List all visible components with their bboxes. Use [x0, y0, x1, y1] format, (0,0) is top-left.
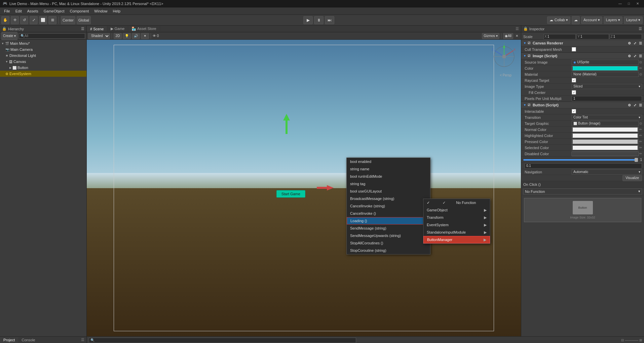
fade-duration-field[interactable]: 0.1: [525, 163, 642, 169]
disabled-color-swatch[interactable]: [572, 151, 639, 156]
step-btn[interactable]: ⏭: [325, 16, 334, 24]
pressed-color-swatch[interactable]: [572, 139, 639, 144]
color-swatch-field[interactable]: [572, 66, 639, 71]
comp-check[interactable]: ☑: [528, 41, 530, 45]
play-btn[interactable]: ▶: [303, 16, 313, 24]
comp-max-icon[interactable]: ⤢: [634, 103, 636, 107]
comp-menu-icon[interactable]: ☰: [639, 41, 642, 45]
menu-cancelinvoke[interactable]: CancelInvoke (): [347, 210, 430, 217]
panel-menu-icon[interactable]: ☰: [79, 338, 86, 342]
menu-bool-gui[interactable]: bool useGUILayout: [347, 187, 430, 195]
game-start-button[interactable]: Start Game: [276, 190, 305, 198]
assets-search-input[interactable]: [89, 338, 356, 343]
menu-string-tag[interactable]: string tag: [347, 180, 430, 187]
scale-z-field[interactable]: Z 1: [610, 34, 642, 39]
hierarchy-item-maincamera[interactable]: 📷 Main Camera: [0, 46, 86, 53]
layout-dropdown[interactable]: Layout ▾: [624, 16, 643, 24]
nav-dropdown[interactable]: Automatic ▾: [572, 169, 642, 175]
hierarchy-create-btn[interactable]: Create ▾: [1, 32, 17, 40]
tab-console[interactable]: Console: [18, 337, 38, 343]
slider-track[interactable]: [523, 159, 638, 161]
menu-stopall[interactable]: StopAllCoroutines (): [347, 239, 430, 247]
menu-sendmessage[interactable]: SendMessage (string): [347, 225, 430, 232]
color-edit-icon[interactable]: ✏: [639, 66, 642, 70]
target-graphic-field[interactable]: ⬜ Button (Image): [572, 121, 639, 126]
menu-bool-run[interactable]: bool runInEditMode: [347, 173, 430, 180]
disabled-color-edit-icon[interactable]: ✏: [639, 152, 642, 156]
menu-loading[interactable]: Loading (): [347, 217, 430, 225]
toolbar-hand-btn[interactable]: ✋: [1, 16, 9, 24]
menu-stopcoroutine[interactable]: StopCoroutine (string): [347, 247, 430, 254]
comp-settings-icon[interactable]: ⚙: [628, 103, 631, 107]
button-script-header[interactable]: ▼ ☑ Button (Script) ⚙ ⤢ ☰: [521, 102, 644, 108]
comp-settings-icon[interactable]: ⚙: [628, 41, 631, 45]
interactable-checkbox[interactable]: ✓: [572, 109, 576, 113]
toolbar-rect-btn[interactable]: ⬜: [39, 16, 47, 24]
scene-viewport[interactable]: Start Game Y X: [87, 40, 521, 336]
menu-assets[interactable]: Assets: [25, 8, 41, 14]
menu-file[interactable]: File: [1, 8, 13, 14]
tab-project[interactable]: Project: [0, 337, 18, 343]
scene-controls-icon[interactable]: ✕: [514, 34, 520, 38]
menu-edit[interactable]: Edit: [13, 8, 25, 14]
fx-btn[interactable]: ✦: [141, 33, 149, 39]
material-expand[interactable]: ⊙: [639, 72, 642, 76]
comp-settings-icon[interactable]: ⚙: [628, 54, 631, 58]
comp-menu-icon[interactable]: ☰: [639, 54, 642, 58]
inspector-menu-icon[interactable]: ☰: [639, 27, 642, 31]
tab-scene[interactable]: # Scene: [87, 26, 107, 32]
tab-asset-store[interactable]: 🏪 Asset Store: [128, 26, 160, 32]
transition-dropdown[interactable]: Color Tint ▾: [572, 115, 642, 120]
comp-max-icon[interactable]: ⤢: [634, 41, 636, 45]
scene-menu-icon[interactable]: ☰: [514, 27, 521, 31]
collab-dropdown[interactable]: ☁ Collab ▾: [547, 16, 570, 24]
menu-button-manager[interactable]: ButtonManager ▶: [423, 236, 490, 243]
menu-broadcast[interactable]: BroadcastMessage (string): [347, 195, 430, 202]
menu-gameobject[interactable]: GameObject ▶: [423, 206, 490, 214]
account-dropdown[interactable]: Account ▾: [581, 16, 602, 24]
audio-btn[interactable]: 🔊: [132, 33, 140, 39]
minimize-btn[interactable]: —: [618, 1, 622, 6]
fill-center-checkbox[interactable]: ✓: [572, 90, 576, 95]
gizmos-btn[interactable]: Gizmos ▾: [482, 33, 499, 39]
image-type-dropdown[interactable]: Sliced ▾: [572, 84, 642, 89]
target-expand[interactable]: ⊙: [639, 122, 642, 125]
visualize-btn[interactable]: Visualize: [622, 175, 642, 181]
toolbar-scale-btn[interactable]: ⤢: [30, 16, 38, 24]
comp-menu-icon[interactable]: ☰: [639, 103, 642, 107]
normal-color-swatch[interactable]: [572, 127, 639, 132]
hierarchy-menu-icon[interactable]: ☰: [81, 27, 84, 31]
comp-max-icon[interactable]: ⤢: [634, 54, 636, 58]
menu-component[interactable]: Component: [67, 8, 91, 14]
comp-check[interactable]: ☑: [528, 54, 530, 58]
hierarchy-item-canvas[interactable]: ▼ 🖼 Canvas: [0, 59, 86, 65]
pause-btn[interactable]: ⏸: [314, 16, 324, 24]
hierarchy-item-mainmenu[interactable]: ▼ 🎬 Main Menu*: [0, 40, 86, 46]
raycast-checkbox[interactable]: ✓: [572, 78, 576, 82]
slider-thumb[interactable]: [635, 158, 638, 162]
2d-btn[interactable]: 2D: [114, 33, 122, 39]
global-btn[interactable]: Global: [77, 16, 91, 24]
menu-no-function[interactable]: ✓ No Function: [423, 199, 490, 206]
canvas-renderer-header[interactable]: ▼ ☑ Canvas Renderer ⚙ ⤢ ☰: [521, 40, 644, 46]
cull-mesh-checkbox[interactable]: [572, 47, 576, 52]
cloud-btn[interactable]: ☁: [572, 16, 580, 24]
light-btn[interactable]: 💡: [123, 33, 131, 39]
material-field[interactable]: None (Material): [572, 72, 639, 77]
toolbar-move-btn[interactable]: ✛: [11, 16, 19, 24]
menu-string-name[interactable]: string name: [347, 165, 430, 173]
hierarchy-item-eventsystem[interactable]: ⚙ EventSystem: [0, 71, 86, 77]
hierarchy-search-input[interactable]: [25, 34, 83, 38]
menu-gameobject[interactable]: GameObject: [41, 8, 67, 14]
layers-dropdown[interactable]: Layers ▾: [604, 16, 622, 24]
maximize-btn[interactable]: □: [627, 1, 631, 6]
pixels-field[interactable]: [572, 96, 642, 101]
menu-sendmessageup[interactable]: SendMessageUpwards (string): [347, 232, 430, 239]
menu-help[interactable]: Help: [110, 8, 123, 14]
center-btn[interactable]: Center: [61, 16, 75, 24]
menu-transform[interactable]: Transform ▶: [423, 214, 490, 221]
source-image-expand[interactable]: ⊙: [639, 60, 642, 64]
shading-dropdown[interactable]: Shaded: [88, 33, 110, 39]
selected-color-swatch[interactable]: [572, 145, 639, 150]
selected-color-edit-icon[interactable]: ✏: [639, 146, 642, 149]
